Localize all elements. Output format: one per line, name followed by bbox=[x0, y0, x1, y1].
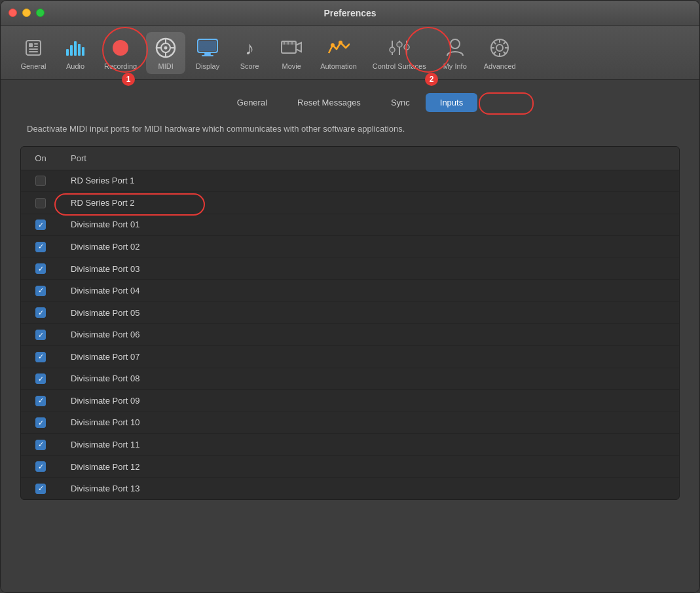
svg-marker-25 bbox=[296, 43, 301, 52]
minimize-button[interactable] bbox=[22, 9, 31, 17]
checkbox-cell[interactable]: ✓ bbox=[21, 324, 60, 346]
checkbox[interactable]: ✓ bbox=[35, 307, 46, 318]
automation-icon bbox=[327, 36, 350, 60]
checkbox-cell[interactable]: ✓ bbox=[21, 478, 60, 499]
svg-point-11 bbox=[113, 40, 128, 56]
svg-rect-10 bbox=[82, 47, 84, 56]
checkbox[interactable]: ✓ bbox=[35, 220, 46, 230]
checkbox-cell[interactable]: ✓ bbox=[21, 434, 60, 456]
toolbar-label-automation: Automation bbox=[320, 62, 357, 70]
toolbar-item-recording[interactable]: Recording bbox=[98, 32, 143, 74]
table-row: ✓Divisimate Port 06 bbox=[21, 324, 679, 346]
svg-point-40 bbox=[496, 45, 503, 51]
checkbox[interactable] bbox=[35, 198, 46, 208]
checkbox-cell[interactable]: ✓ bbox=[21, 258, 60, 280]
toolbar-item-display[interactable]: Display bbox=[188, 32, 227, 74]
close-button[interactable] bbox=[9, 9, 17, 17]
table-row: ✓Divisimate Port 03 bbox=[21, 258, 679, 280]
checkbox[interactable]: ✓ bbox=[35, 461, 46, 472]
content-area: General Reset Messages Sync Inputs Deact… bbox=[1, 80, 699, 592]
checkbox-cell[interactable]: ✓ bbox=[21, 390, 60, 412]
table-row: ✓Divisimate Port 08 bbox=[21, 368, 679, 390]
maximize-button[interactable] bbox=[36, 9, 45, 17]
port-name: Divisimate Port 03 bbox=[60, 258, 679, 280]
checkbox[interactable]: ✓ bbox=[35, 352, 46, 362]
tab-general[interactable]: General bbox=[223, 93, 282, 112]
ports-table-container[interactable]: On Port RD Series Port 1RD Series Port 2… bbox=[20, 146, 680, 500]
checkbox[interactable]: ✓ bbox=[35, 417, 46, 428]
port-name: Divisimate Port 13 bbox=[60, 478, 679, 499]
port-name: Divisimate Port 11 bbox=[60, 434, 679, 456]
table-row: ✓Divisimate Port 07 bbox=[21, 346, 679, 368]
checkbox-cell[interactable]: ✓ bbox=[21, 214, 60, 236]
svg-text:♪: ♪ bbox=[245, 38, 254, 58]
table-row: ✓Divisimate Port 02 bbox=[21, 236, 679, 258]
checkbox-cell[interactable]: ✓ bbox=[21, 368, 60, 390]
port-name: Divisimate Port 02 bbox=[60, 236, 679, 258]
port-name: Divisimate Port 10 bbox=[60, 411, 679, 434]
audio-icon bbox=[64, 36, 87, 60]
table-header-row: On Port bbox=[21, 147, 679, 170]
svg-rect-8 bbox=[74, 41, 77, 56]
checkbox-cell[interactable]: ✓ bbox=[21, 346, 60, 368]
tab-inputs[interactable]: Inputs bbox=[426, 93, 477, 112]
svg-rect-2 bbox=[34, 43, 38, 45]
toolbar-label-score: Score bbox=[240, 62, 259, 70]
port-name: Divisimate Port 05 bbox=[60, 301, 679, 324]
display-icon bbox=[196, 36, 219, 60]
table-row: RD Series Port 2 bbox=[21, 192, 679, 214]
svg-rect-6 bbox=[66, 49, 69, 56]
col-header-port: Port bbox=[60, 147, 679, 170]
ports-table: On Port RD Series Port 1RD Series Port 2… bbox=[21, 147, 679, 499]
checkbox-cell[interactable]: ✓ bbox=[21, 280, 60, 302]
toolbar-label-midi: MIDI bbox=[158, 62, 174, 70]
checkbox[interactable]: ✓ bbox=[35, 373, 46, 384]
svg-rect-3 bbox=[34, 46, 38, 47]
toolbar-label-movie: Movie bbox=[282, 62, 301, 70]
movie-icon bbox=[280, 36, 303, 60]
port-name: Divisimate Port 09 bbox=[60, 390, 679, 412]
tabs-row: General Reset Messages Sync Inputs bbox=[223, 93, 477, 112]
table-row: ✓Divisimate Port 01 bbox=[21, 214, 679, 236]
checkbox[interactable]: ✓ bbox=[35, 484, 46, 494]
checkbox[interactable]: ✓ bbox=[35, 396, 46, 406]
toolbar-item-movie[interactable]: Movie bbox=[272, 32, 311, 74]
toolbar-item-advanced[interactable]: Advanced bbox=[477, 32, 523, 74]
svg-point-30 bbox=[331, 43, 335, 47]
toolbar-item-midi[interactable]: MIDI bbox=[146, 32, 185, 74]
port-name: Divisimate Port 07 bbox=[60, 346, 679, 368]
toolbar-item-control[interactable]: Control Surfaces bbox=[366, 32, 433, 74]
checkbox-cell[interactable] bbox=[21, 192, 60, 214]
toolbar-item-myinfo[interactable]: My Info bbox=[435, 32, 475, 74]
toolbar-label-audio: Audio bbox=[66, 62, 84, 70]
checkbox[interactable] bbox=[35, 176, 46, 186]
toolbar-label-myinfo: My Info bbox=[443, 62, 467, 70]
checkbox-cell[interactable] bbox=[21, 170, 60, 192]
checkbox[interactable]: ✓ bbox=[35, 330, 46, 340]
checkbox-cell[interactable]: ✓ bbox=[21, 301, 60, 324]
score-icon: ♪ bbox=[238, 36, 261, 60]
table-row: RD Series Port 1 bbox=[21, 170, 679, 192]
toolbar-item-score[interactable]: ♪ Score bbox=[230, 32, 269, 74]
tab-sync[interactable]: Sync bbox=[377, 93, 424, 112]
checkbox[interactable]: ✓ bbox=[35, 440, 46, 450]
checkbox[interactable]: ✓ bbox=[35, 263, 46, 274]
toolbar-item-general[interactable]: General bbox=[14, 32, 53, 74]
checkbox-cell[interactable]: ✓ bbox=[21, 236, 60, 258]
title-bar: Preferences bbox=[1, 1, 699, 26]
checkbox-cell[interactable]: ✓ bbox=[21, 455, 60, 478]
myinfo-icon bbox=[443, 36, 467, 60]
toolbar-item-audio[interactable]: Audio bbox=[56, 32, 95, 74]
checkbox[interactable]: ✓ bbox=[35, 286, 46, 296]
midi-icon bbox=[154, 36, 177, 60]
checkbox[interactable]: ✓ bbox=[35, 242, 46, 252]
toolbar: General Audio bbox=[1, 26, 699, 80]
port-name: Divisimate Port 08 bbox=[60, 368, 679, 390]
checkbox-cell[interactable]: ✓ bbox=[21, 411, 60, 434]
table-wrapper: On Port RD Series Port 1RD Series Port 2… bbox=[20, 146, 680, 500]
svg-rect-0 bbox=[26, 41, 41, 55]
tab-reset-messages[interactable]: Reset Messages bbox=[283, 93, 375, 112]
toolbar-item-automation[interactable]: Automation bbox=[314, 32, 363, 74]
col-header-on: On bbox=[21, 147, 60, 170]
port-name: Divisimate Port 12 bbox=[60, 455, 679, 478]
